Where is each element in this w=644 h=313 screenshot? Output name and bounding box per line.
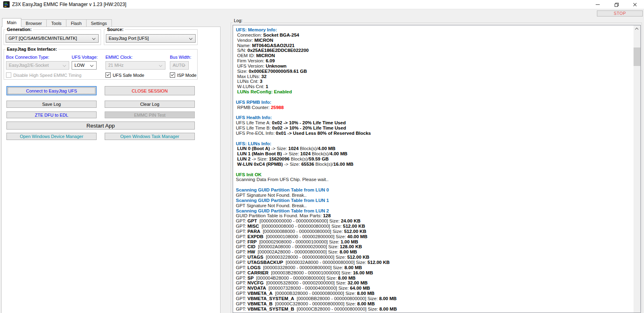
log-line: GPT: LOGS [000003328000 - 000000800000] …	[236, 265, 633, 270]
log-line: W-LUN 0xC4 (RPMB) -> Size: 65536 Block(s…	[236, 162, 633, 167]
tab-browser[interactable]: Browser	[21, 19, 47, 27]
log-line: RPMB Counter: 25988	[236, 105, 633, 110]
log-line: GPT: UTAGSBACKUP [0000032A8000 - 0000000…	[236, 260, 633, 265]
stop-button[interactable]: STOP	[597, 10, 643, 16]
emmc-pin-test-button: EMMC PIN Test	[105, 111, 195, 118]
log-line: GUID Partition Table is Found. Max Parts…	[236, 213, 633, 218]
chevron-down-icon	[189, 37, 192, 40]
chevron-up-icon	[635, 28, 638, 31]
tab-main[interactable]: Main	[2, 18, 21, 27]
log-line: UFS Life Time B: 0x02 -> 10% - 20% Life …	[236, 126, 633, 131]
clear-log-button[interactable]: Clear Log	[105, 101, 195, 108]
log-output[interactable]: UFS: Memory Info: Connection: Socket BGA…	[233, 25, 641, 313]
title-bar: Z3X EasyJtag EMMC File Manager v 1.23 [H…	[0, 0, 644, 9]
chevron-down-icon	[63, 64, 66, 67]
log-line: GPT: VBMETA_SYSTEM_A [00000BB28000 - 000…	[236, 296, 633, 301]
log-line: GPT Signature Not Found. Break..	[236, 203, 633, 208]
log-line: GPT: NVDATA [000007328000 - 000004000000…	[236, 286, 633, 291]
checkbox-icon	[6, 72, 11, 78]
connect-easyjtag-ufs-button[interactable]: Connect to EasyJtag UFS	[6, 86, 97, 95]
bus-width-label: Bus Width:	[170, 55, 191, 60]
log-line: UFS Version: Unknown	[236, 64, 633, 69]
ufs-voltage-select[interactable]: LOW	[72, 61, 97, 70]
minimize-button[interactable]	[588, 0, 607, 9]
zte-dfu-to-edl-button[interactable]: ZTE DFU to EDL	[6, 111, 97, 118]
log-line: GPT: EXPDB [000000108000 - 000002800000]…	[236, 234, 633, 239]
log-content: UFS: Memory Info: Connection: Socket BGA…	[233, 25, 633, 311]
close-button[interactable]	[625, 0, 644, 9]
emmc-clock-label: EMMC Clock:	[105, 55, 132, 60]
log-line: GPT: NVCFG [000005328000 - 000002000000]…	[236, 280, 633, 286]
log-line: UFS Life Time A: 0x02 -> 10% - 20% Life …	[236, 120, 633, 126]
log-line: UFS RPMB Info:	[236, 100, 633, 105]
log-line: GPT: UTAGS [000003228000 - 000000080000]…	[236, 255, 633, 260]
log-line: W-LUNs Cnt: 1	[236, 84, 633, 89]
source-label: Source:	[106, 27, 125, 32]
log-line: S/N: 0x25AE186E2DDC8E022200	[236, 48, 633, 53]
chevron-down-icon	[159, 64, 162, 67]
log-line: OEM ID: MICRON	[236, 53, 633, 58]
log-line: Scanning Data From UFS Chip. Please wait…	[236, 177, 633, 182]
scroll-up-button[interactable]	[634, 25, 640, 32]
log-line: Max LUNs: 32	[236, 74, 633, 79]
log-line: Scanning GUID Partition Table from LUN 0	[236, 187, 633, 193]
log-line	[236, 167, 633, 172]
log-line: GPT: CARRIER [000003B28000 - 00000100000…	[236, 270, 633, 276]
box-connection-type-label: Box Connection Type:	[6, 55, 49, 60]
log-line: LUNs Cnt: 3	[236, 79, 633, 84]
save-log-button[interactable]: Save Log	[6, 101, 97, 108]
log-line: GPT: HW [000002A28000 - 000000800000] Si…	[236, 249, 633, 255]
log-line: Size: 0x000EE7000000/59.61 GB	[236, 69, 633, 74]
restore-button[interactable]	[607, 0, 625, 9]
log-line: GPT: SP [000004B28000 - 000000800000] Si…	[236, 276, 633, 281]
source-select[interactable]: EasyJtag Port [UFS]	[106, 34, 196, 43]
log-line: UFS Health Info:	[236, 115, 633, 120]
log-line: GPT: FRP [000002908000 - 000000100000] S…	[236, 239, 633, 245]
log-scrollbar[interactable]	[634, 25, 640, 313]
log-line: Scanning GUID Partition Table from LUN 1	[236, 198, 633, 203]
log-label: Log:	[233, 18, 244, 23]
log-line: GPT Signature Not Found. Break..	[236, 193, 633, 198]
log-line: LUN 1 (Main Boot B) -> Size: 1024 Block(…	[236, 151, 633, 156]
scrollbar-thumb[interactable]	[634, 47, 640, 66]
box-interface-label: EasyJtag Box Interface:	[6, 47, 58, 51]
tab-tools[interactable]: Tools	[47, 19, 66, 27]
log-line: GPT: CID [000002A08000 - 000000020000] S…	[236, 244, 633, 249]
log-line: GPT: VBMETA_B [00000C328000 - 0000008000…	[236, 301, 633, 307]
tab-flash[interactable]: Flash	[66, 19, 87, 27]
log-line: Vendor: MICRON	[236, 38, 633, 43]
log-line: UFS Init OK	[236, 172, 633, 177]
log-line: LUNs ReConfig: Enabled	[236, 89, 633, 95]
chevron-down-icon	[92, 37, 95, 40]
log-line: Name: MT064GASAO2U21	[236, 43, 633, 48]
minimize-icon	[596, 4, 600, 5]
emmc-clock-select: 21 MHz	[105, 61, 165, 70]
app-icon	[3, 1, 10, 8]
log-line: UFS: LUNs Info:	[236, 141, 633, 146]
ufs-voltage-label: UFS Voltage:	[72, 55, 98, 60]
log-line	[236, 136, 633, 141]
close-session-button[interactable]: CLOSE SESSION	[105, 86, 195, 95]
checkbox-checked-icon	[170, 72, 175, 78]
generation-select[interactable]: GPT [QC/SAMS/BCM/INTEL/MTK]	[6, 34, 99, 43]
open-device-manager-button[interactable]: Open Windows Device Manager	[6, 133, 97, 140]
bus-width-select: AUTO	[170, 61, 189, 70]
tab-strip: MainBrowserToolsFlashSettings	[2, 19, 112, 27]
log-line: GPT: VBMETA_A [00000B328000 - 0000008000…	[236, 291, 633, 296]
log-line: Scanning GUID Partition Table from LUN 2	[236, 208, 633, 214]
box-connection-type-select: EasyJtag2/E-Socket	[6, 61, 69, 70]
open-task-manager-button[interactable]: Open Windows Task Manager	[105, 133, 195, 140]
log-line: GPT: GPT [000000000000 - 000000006000] S…	[236, 218, 633, 224]
checkbox-checked-icon	[105, 72, 111, 78]
tab-settings[interactable]: Settings	[87, 19, 112, 27]
log-line	[236, 110, 633, 115]
log-line: GPT: PARA [000000088000 - 000000080000] …	[236, 229, 633, 234]
chevron-down-icon	[90, 64, 93, 67]
log-line: GPT: MISC [000000008000 - 000000080000] …	[236, 224, 633, 229]
log-line: UFS: Memory Info:	[236, 27, 633, 33]
log-line: Firm Version: 6.09	[236, 58, 633, 64]
restart-app-button[interactable]: Restart App	[6, 121, 195, 130]
log-line: LUN 0 (Boot A) -> Size: 1024 Block(s)/4.…	[236, 146, 633, 151]
log-line: UFS Pre-EOL Info: 0x01 -> Used Less 80% …	[236, 131, 633, 136]
log-line: GPT: VBMETA_SYSTEM_B [00000CB28000 - 000…	[236, 307, 633, 312]
